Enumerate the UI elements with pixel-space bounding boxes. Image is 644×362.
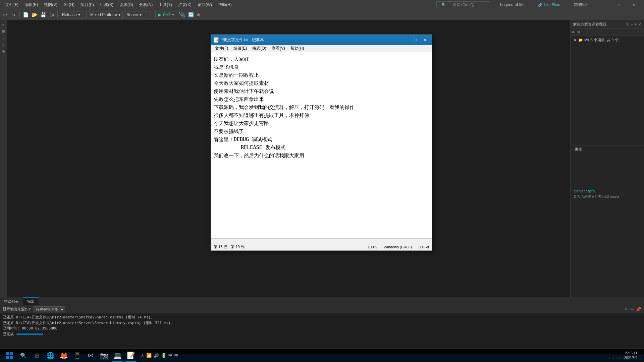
- activity-explorer[interactable]: ≡: [0, 21, 6, 27]
- output-wrap-icon[interactable]: ⇔: [630, 307, 634, 312]
- attach-button[interactable]: 📎: [178, 11, 186, 18]
- refresh-button[interactable]: 🔄: [187, 11, 195, 18]
- output-source-label: 显示输出来源(S):: [3, 307, 31, 312]
- notepad-scrollbar-h[interactable]: [211, 238, 432, 243]
- menu-item-help[interactable]: 帮助(H): [215, 1, 234, 8]
- solution-tree-spacer: [572, 43, 643, 144]
- notepad-win-controls: ─ □ ✕: [401, 36, 429, 44]
- taskbar-taskview[interactable]: ⊞: [31, 350, 43, 362]
- output-pin-icon[interactable]: 📌: [636, 307, 641, 312]
- undo-button[interactable]: ↩: [1, 11, 9, 18]
- solution-toolbar: ⊕ ⊞: [571, 29, 644, 36]
- taskbar-time-display: 15:15:11 2021/8/4: [624, 351, 637, 360]
- taskbar-clock[interactable]: 15:15:11 2021/8/4: [624, 351, 637, 360]
- output-header: 显示输出来源(S): 程序包管理器 ✕ ⇔ 📌: [0, 305, 644, 313]
- solution-close-icon[interactable]: ✕: [638, 22, 641, 27]
- menu-item-edit[interactable]: 编辑(E): [22, 1, 41, 8]
- activity-bar: ≡ ⊞ ⑂ ▷ ⊕: [0, 20, 7, 297]
- live-share-btn[interactable]: 🔗 Live Share: [535, 2, 564, 8]
- run-button[interactable]: ▶ 启动 ▾: [155, 11, 177, 18]
- solution-icon: 📁: [578, 38, 583, 42]
- platform-config-dropdown[interactable]: Mixed Platform ▾: [88, 11, 123, 18]
- notepad-statusbar: 第 13 行，第 19 列 100% Windows (CRLF) UTF-8: [211, 243, 432, 250]
- notepad-line-ending: Windows (CRLF): [384, 245, 412, 249]
- taskbar-vs-icon[interactable]: 💻: [111, 350, 123, 362]
- solution-root[interactable]: ▼ 📁 Mir(8 个项目, 共 9 个): [572, 37, 643, 43]
- maximize-button[interactable]: □: [610, 0, 626, 9]
- output-line-2: 已还原 D:\CIA\开发文件夹\mir2-master\Server\Serv…: [3, 320, 641, 326]
- menu-item-window[interactable]: 窗口(W): [195, 1, 215, 8]
- menu-search-box[interactable]: 🔍 搜索 (Ctrl+Q): [436, 1, 490, 8]
- taskbar-photos[interactable]: 📷: [98, 350, 110, 362]
- solution-collapse-icon[interactable]: −: [631, 22, 633, 27]
- np-menu-edit[interactable]: 编辑(E): [231, 45, 250, 52]
- account-btn[interactable]: 管理账户: [571, 2, 591, 8]
- save-button[interactable]: 💾: [39, 11, 47, 18]
- notify-wifi[interactable]: 📶: [146, 353, 152, 358]
- notepad-textarea[interactable]: [211, 52, 432, 238]
- menu-item-project[interactable]: 项目(P): [78, 1, 97, 8]
- taskbar-phone[interactable]: 📱: [71, 350, 83, 362]
- build-config-dropdown[interactable]: Release ▾: [60, 11, 87, 18]
- notepad-encoding: UTF-8: [419, 245, 429, 249]
- notify-volume[interactable]: 🔊: [154, 353, 159, 358]
- solution-explorer-controls: ↻ − + ✕: [626, 22, 641, 27]
- minimize-button[interactable]: ─: [595, 0, 610, 9]
- build-config-label: Release: [62, 12, 77, 17]
- menu-item-file[interactable]: 文件(F): [3, 1, 21, 8]
- extra-btn[interactable]: ⊕: [196, 12, 200, 17]
- np-menu-file[interactable]: 文件(F): [212, 45, 231, 52]
- notepad-close[interactable]: ✕: [420, 36, 429, 44]
- start-button[interactable]: [3, 350, 16, 362]
- close-button[interactable]: ✕: [626, 0, 641, 9]
- menu-item-analyze[interactable]: 分析(N): [137, 1, 156, 8]
- menu-item-tools[interactable]: 工具(T): [156, 1, 174, 8]
- toolbar-sep-3: [153, 11, 153, 18]
- activity-search[interactable]: ⊞: [0, 28, 6, 34]
- tab-output[interactable]: 输出: [23, 297, 39, 305]
- search-icon: 🔍: [439, 2, 449, 8]
- save-all-button[interactable]: 🗂: [48, 11, 55, 18]
- menu-item-extensions[interactable]: 扩展(X): [175, 1, 194, 8]
- np-menu-format[interactable]: 格式(O): [250, 45, 269, 52]
- window-controls: ─ □ ✕: [595, 0, 641, 9]
- notify-battery[interactable]: 🔋: [161, 353, 166, 358]
- new-file-button[interactable]: 📄: [22, 11, 29, 18]
- target-dropdown[interactable]: Server ▾: [124, 11, 151, 18]
- menu-item-git[interactable]: Git(G): [61, 2, 77, 8]
- activity-debug[interactable]: ▷: [0, 42, 6, 48]
- taskbar-search[interactable]: 🔍: [17, 350, 30, 362]
- open-button[interactable]: 📂: [31, 11, 38, 18]
- tab-errors[interactable]: 错误列表: [0, 297, 23, 305]
- solution-expand-icon[interactable]: +: [634, 22, 637, 27]
- activity-extensions[interactable]: ⊕: [0, 48, 6, 54]
- output-progress-label: 已完成: [3, 331, 14, 337]
- server-csproj-link[interactable]: Server.csproj: [573, 188, 641, 194]
- notify-up-arrow[interactable]: ∧: [141, 353, 144, 358]
- taskbar-firefox[interactable]: 🦊: [58, 350, 70, 362]
- server-csproj-section: Server.csproj D:\CIA\开发文件夹\mir2-maste: [572, 187, 643, 201]
- taskbar-ie[interactable]: 🌐: [44, 350, 56, 362]
- taskbar-notepad-icon[interactable]: 📝: [125, 350, 137, 362]
- notepad-cursor-pos: 第 13 行，第 19 列: [214, 244, 245, 249]
- notify-lang[interactable]: 中: [168, 353, 172, 358]
- solution-expand-arrow: ▼: [573, 38, 577, 42]
- solution-view-icon[interactable]: ⊞: [577, 30, 580, 34]
- taskbar-mail[interactable]: ✉: [85, 350, 97, 362]
- menu-item-debug[interactable]: 调试(D): [117, 1, 136, 8]
- notepad-minimize[interactable]: ─: [401, 36, 410, 44]
- solution-filter-icon[interactable]: ⊕: [572, 30, 575, 34]
- notify-ime[interactable]: 中: [174, 353, 178, 358]
- np-menu-view[interactable]: 查看(V): [269, 45, 288, 52]
- notepad-titlebar: 📝 *新文字文件.txt - 记事本 ─ □ ✕: [211, 35, 432, 45]
- solution-sync-icon[interactable]: ↻: [626, 22, 629, 27]
- np-menu-help[interactable]: 帮助(H): [288, 45, 307, 52]
- solution-explorer-header: 解决方案资源管理器 ↻ − + ✕: [571, 20, 644, 29]
- notepad-maximize[interactable]: □: [411, 36, 420, 44]
- activity-git[interactable]: ⑂: [0, 35, 6, 41]
- redo-button[interactable]: ↪: [10, 11, 17, 18]
- output-source-select[interactable]: 程序包管理器: [33, 306, 65, 312]
- output-clear-icon[interactable]: ✕: [625, 307, 628, 312]
- menu-item-view[interactable]: 视图(V): [41, 1, 60, 8]
- menu-item-build[interactable]: 生成(B): [97, 1, 116, 8]
